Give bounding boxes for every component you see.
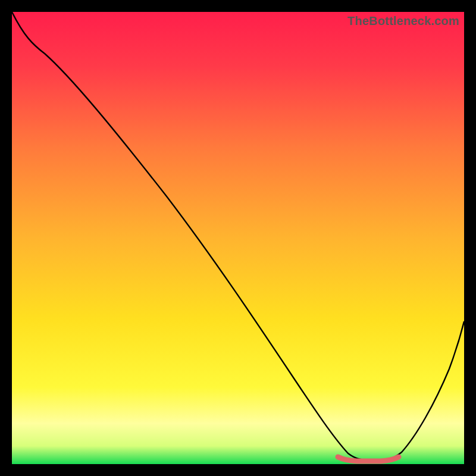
watermark-text: TheBottleneck.com — [347, 14, 459, 28]
bottleneck-chart — [12, 12, 464, 464]
chart-frame: TheBottleneck.com — [12, 12, 464, 464]
plot-background — [12, 12, 464, 464]
